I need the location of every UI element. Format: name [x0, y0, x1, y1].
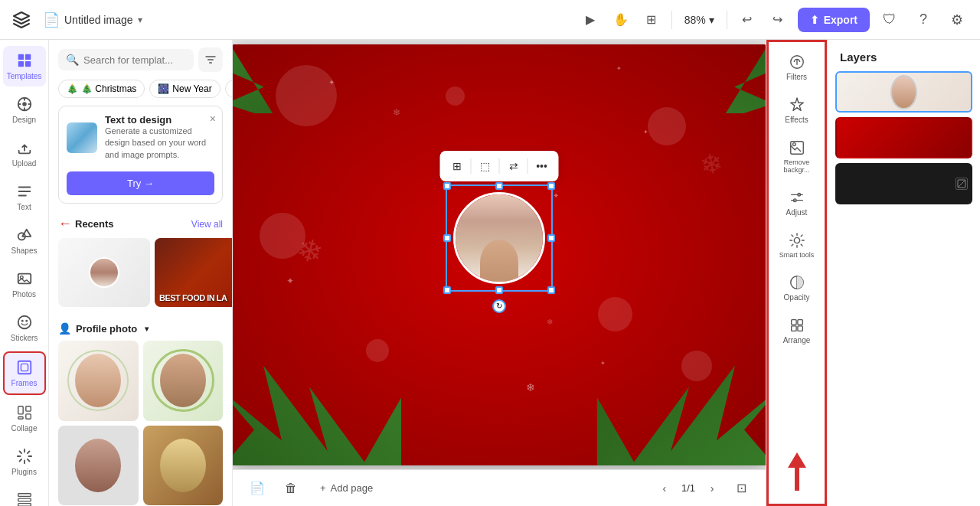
effects-tool[interactable]: Effects: [771, 90, 823, 130]
shield-button[interactable]: 🛡: [876, 6, 903, 34]
search-input[interactable]: [83, 54, 186, 66]
sidebar-item-label: Stickers: [11, 334, 38, 342]
svg-rect-18: [18, 406, 22, 414]
zoom-level: 88%: [684, 14, 706, 26]
layout-button[interactable]: ⊞: [638, 6, 665, 34]
handle-bottom-center[interactable]: [495, 286, 503, 294]
filter-button[interactable]: [198, 47, 223, 72]
t2d-close-button[interactable]: ×: [210, 113, 216, 125]
effects-label: Effects: [785, 116, 808, 124]
footer-left: 📄 🗑 + Add page: [245, 476, 381, 501]
profile-section-header[interactable]: 👤 Profile photo ▾: [49, 316, 232, 341]
remove-bg-tool[interactable]: Remove backgr...: [771, 133, 823, 180]
left-sidebar: Templates Design Upload Te: [0, 40, 49, 506]
prev-page-button[interactable]: ‹: [654, 478, 675, 499]
redo-button[interactable]: ↪: [764, 6, 792, 34]
page-icon: 📄: [43, 11, 60, 28]
snowflake-3: ❄: [547, 318, 553, 326]
divider3: [528, 158, 528, 174]
handle-middle-right[interactable]: [547, 234, 555, 242]
arrow-indicator: ←: [58, 216, 72, 232]
template-card-3[interactable]: [58, 426, 139, 506]
snowflake-1: ❄: [526, 381, 535, 393]
selection-box[interactable]: [446, 184, 553, 292]
sidebar-item-stickers[interactable]: Stickers: [3, 308, 46, 348]
panel-scroll: ← Recents View all BEST FOOD IN LA: [49, 213, 232, 506]
svg-rect-36: [791, 320, 795, 325]
rotate-handle[interactable]: ↻: [492, 299, 506, 313]
crop-button[interactable]: ⊞: [446, 155, 468, 177]
play-button[interactable]: ▶: [577, 6, 604, 34]
handle-bottom-right[interactable]: [547, 286, 555, 294]
sidebar-item-frames[interactable]: Frames: [3, 351, 46, 395]
t2d-try-button[interactable]: Try →: [67, 171, 214, 195]
sparkle-5: ✦: [553, 191, 559, 200]
sidebar-item-design[interactable]: Design: [3, 90, 46, 130]
help-button[interactable]: ?: [910, 6, 937, 34]
export-button[interactable]: ⬆ Export: [798, 8, 870, 32]
canvas[interactable]: ✦ ✦ ✦ ✦ ✦ ✦ ❄ ❄ ❄: [233, 44, 766, 465]
smart-tools-tool[interactable]: Smart tools: [771, 226, 823, 265]
recent-thumb-2[interactable]: BEST FOOD IN LA: [155, 238, 232, 307]
sidebar-item-templates[interactable]: Templates: [3, 46, 46, 87]
next-page-button[interactable]: ›: [701, 478, 723, 499]
canvas-container[interactable]: ✦ ✦ ✦ ✦ ✦ ✦ ❄ ❄ ❄: [233, 40, 766, 469]
sidebar-item-extra[interactable]: [3, 485, 46, 506]
recents-section-header: ← Recents View all: [49, 213, 232, 238]
handle-top-center[interactable]: [495, 182, 503, 190]
template-card-2[interactable]: [143, 341, 224, 421]
right-tools-panel: Filters Effects Remove backgr...: [766, 40, 827, 506]
filters-tool[interactable]: Filters: [771, 47, 823, 87]
recents-grid: BEST FOOD IN LA: [49, 238, 232, 316]
sidebar-item-text[interactable]: Text: [3, 177, 46, 217]
svg-point-14: [21, 320, 23, 322]
layer-mask-icon: [956, 178, 968, 190]
layer-item-3[interactable]: [835, 163, 972, 204]
layers-panel-header: Layers: [828, 40, 980, 71]
toolbar-tools: ▶ ✋ ⊞ 88% ▾ ↩ ↪: [577, 6, 792, 34]
filters-label: Filters: [786, 73, 807, 81]
undo-button[interactable]: ↩: [733, 6, 761, 34]
frame-button[interactable]: ⬚: [475, 155, 496, 177]
selected-element[interactable]: ⊞ ⬚ ⇄ •••: [446, 184, 553, 292]
fullscreen-button[interactable]: ⊡: [729, 476, 753, 501]
recent-thumb-1[interactable]: [58, 238, 150, 307]
template-card-1[interactable]: [58, 341, 139, 421]
zoom-display[interactable]: 88% ▾: [678, 11, 720, 29]
handle-middle-left[interactable]: [443, 234, 451, 242]
handle-top-right[interactable]: [547, 182, 555, 190]
layer-item-1[interactable]: [835, 71, 972, 113]
delete-button[interactable]: 🗑: [279, 476, 303, 501]
arrange-tool[interactable]: Arrange: [771, 311, 823, 351]
add-page-label: Add page: [331, 482, 374, 494]
sidebar-item-label: Design: [12, 116, 36, 124]
layers-panel: Layers: [827, 40, 980, 506]
sidebar-item-photos[interactable]: Photos: [3, 264, 46, 305]
opacity-tool[interactable]: Opacity: [771, 268, 823, 308]
replace-button[interactable]: ⇄: [503, 155, 524, 177]
search-input-wrap[interactable]: 🔍: [58, 49, 194, 70]
sidebar-item-collage[interactable]: Collage: [3, 398, 46, 439]
view-all-button[interactable]: View all: [191, 219, 223, 230]
svg-rect-37: [797, 320, 802, 325]
hand-tool-button[interactable]: ✋: [607, 6, 635, 34]
add-page-button[interactable]: + Add page: [312, 478, 381, 498]
app-logo[interactable]: [9, 8, 34, 32]
sidebar-item-shapes[interactable]: Shapes: [3, 220, 46, 261]
template-card-4[interactable]: [143, 426, 224, 506]
more-tag[interactable]: Mo...: [225, 80, 233, 98]
handle-top-left[interactable]: [443, 182, 451, 190]
page-icon-button[interactable]: 📄: [245, 476, 270, 501]
settings-button[interactable]: ⚙: [943, 6, 971, 34]
new-year-tag[interactable]: 🎆 New Year: [149, 80, 220, 98]
sidebar-item-label: Frames: [11, 379, 38, 387]
layer-item-2[interactable]: [835, 117, 972, 158]
sidebar-item-plugins[interactable]: Plugins: [3, 442, 46, 482]
document-title-area[interactable]: 📄 Untitled image ▾: [43, 11, 142, 28]
adjust-tool[interactable]: Adjust: [771, 183, 823, 223]
sidebar-item-upload[interactable]: Upload: [3, 133, 46, 174]
divider: [471, 158, 472, 174]
more-button[interactable]: •••: [531, 155, 553, 177]
christmas-tag[interactable]: 🎄 🎄 Christmas: [58, 80, 145, 98]
handle-bottom-left[interactable]: [443, 286, 451, 294]
